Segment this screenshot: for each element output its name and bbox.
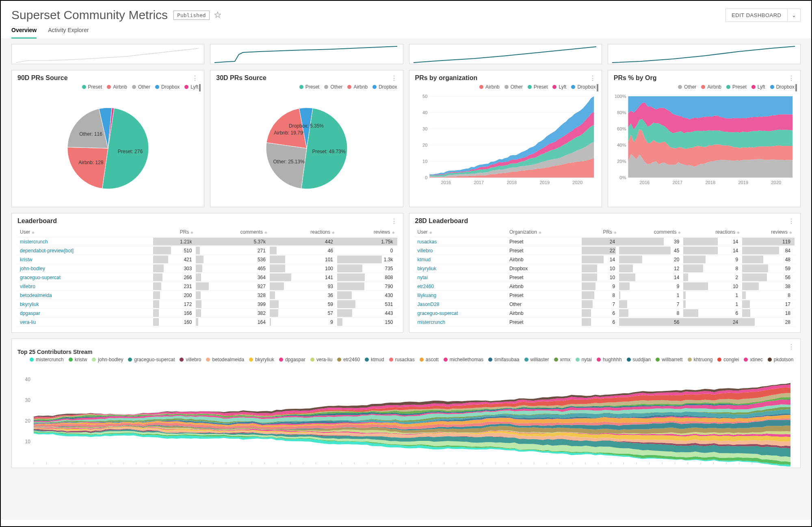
- legend-item[interactable]: Other: [324, 84, 342, 90]
- user-link[interactable]: etr2460: [418, 284, 434, 289]
- user-link[interactable]: john-bodley: [20, 266, 45, 271]
- tab-overview[interactable]: Overview: [11, 27, 37, 39]
- chart-menu-icon[interactable]: ⋮: [788, 74, 795, 82]
- legend-item[interactable]: khtruong: [688, 357, 713, 362]
- edit-dashboard-button[interactable]: EDIT DASHBOARD: [725, 9, 787, 22]
- chart-menu-icon[interactable]: ⋮: [391, 74, 398, 82]
- column-header[interactable]: comments◆: [196, 227, 269, 237]
- user-link[interactable]: graceguo-supercat: [418, 310, 458, 316]
- dashboard-actions-caret[interactable]: ⌄: [788, 9, 801, 22]
- legend-item[interactable]: Airbnb: [479, 84, 500, 90]
- legend-item[interactable]: Lyft: [751, 84, 765, 90]
- legend-item[interactable]: Preset: [726, 84, 747, 90]
- legend-item[interactable]: vera-liu: [310, 357, 332, 362]
- user-link[interactable]: dependabot-preview[bot]: [20, 248, 74, 254]
- user-link[interactable]: bkyryliuk: [418, 266, 437, 271]
- column-header[interactable]: Organization◆: [507, 227, 582, 237]
- table-row: john-bodley303465100735: [17, 264, 397, 273]
- legend-item[interactable]: michellethomas: [444, 357, 483, 362]
- user-link[interactable]: lilykuang: [418, 293, 437, 298]
- legend-item[interactable]: Lyft: [184, 84, 198, 90]
- legend-item[interactable]: dpgaspar: [279, 357, 305, 362]
- table-row: villebro23192793790: [17, 282, 397, 291]
- legend-dot-icon: [554, 358, 558, 362]
- legend-item[interactable]: ktmud: [365, 357, 384, 362]
- column-header[interactable]: PRs◆: [582, 227, 619, 237]
- legend-item[interactable]: williaster: [524, 357, 549, 362]
- user-link[interactable]: mistercrunch: [20, 239, 48, 245]
- chart-menu-icon[interactable]: ⋮: [391, 217, 398, 225]
- user-link[interactable]: graceguo-supercat: [20, 275, 61, 280]
- legend-item[interactable]: ascott: [420, 357, 439, 362]
- legend-dot-icon: [155, 85, 159, 89]
- legend-item[interactable]: john-bodley: [92, 357, 123, 362]
- legend-item[interactable]: betodealmeida: [206, 357, 244, 362]
- legend-item[interactable]: rusackas: [389, 357, 415, 362]
- chart-menu-icon[interactable]: ⋮: [589, 74, 597, 82]
- metric-cell: 84: [742, 246, 795, 255]
- legend-item[interactable]: bkyryliuk: [249, 357, 274, 362]
- legend-item[interactable]: Lyft: [552, 84, 566, 90]
- user-link[interactable]: betodealmeida: [20, 293, 52, 298]
- legend-item[interactable]: xrmx: [554, 357, 571, 362]
- legend-item[interactable]: Airbnb: [107, 84, 127, 90]
- chart-menu-icon[interactable]: ⋮: [788, 343, 795, 351]
- column-header[interactable]: reviews◆: [337, 227, 397, 237]
- column-header[interactable]: User◆: [415, 227, 507, 237]
- legend-item[interactable]: willbarrett: [656, 357, 682, 362]
- user-link[interactable]: ktmud: [418, 257, 431, 262]
- legend-item[interactable]: hughhhh: [597, 357, 622, 362]
- legend-item[interactable]: nytai: [576, 357, 592, 362]
- legend-item[interactable]: suddjian: [627, 357, 651, 362]
- favorite-star-icon[interactable]: ☆: [214, 10, 222, 20]
- legend-item[interactable]: Dropbox: [155, 84, 180, 90]
- legend-item[interactable]: Other: [505, 84, 523, 90]
- user-link[interactable]: JasonD28: [418, 301, 440, 307]
- column-header[interactable]: reviews◆: [742, 227, 795, 237]
- user-link[interactable]: vera-liu: [20, 319, 36, 325]
- legend-item[interactable]: Airbnb: [347, 84, 368, 90]
- legend-item[interactable]: villebro: [180, 357, 201, 362]
- legend-item[interactable]: conglei: [717, 357, 739, 362]
- legend-item[interactable]: Other: [132, 84, 150, 90]
- legend-item[interactable]: etr2460: [337, 357, 360, 362]
- legend-item[interactable]: kristw: [69, 357, 87, 362]
- legend-item[interactable]: Airbnb: [701, 84, 721, 90]
- legend-item[interactable]: Preset: [82, 84, 102, 90]
- column-header[interactable]: comments◆: [619, 227, 683, 237]
- legend-item[interactable]: Preset: [528, 84, 548, 90]
- user-link[interactable]: rusackas: [418, 239, 437, 245]
- legend-item[interactable]: mistercrunch: [30, 357, 64, 362]
- scrollbar-handle-icon[interactable]: [795, 84, 797, 91]
- column-header[interactable]: reactions◆: [270, 227, 337, 237]
- legend-item[interactable]: timifasubaa: [488, 357, 519, 362]
- legend-item[interactable]: Dropbox: [770, 84, 795, 90]
- legend-item[interactable]: Other: [678, 84, 696, 90]
- scrollbar-handle-icon[interactable]: [597, 84, 598, 91]
- pie-slice[interactable]: [266, 143, 307, 189]
- chart-title: PRs % by Org: [614, 74, 795, 82]
- legend-item[interactable]: Preset: [299, 84, 320, 90]
- tab-activity-explorer[interactable]: Activity Explorer: [48, 27, 89, 39]
- legend-label: Preset: [534, 84, 548, 90]
- legend-item[interactable]: xtinec: [744, 357, 762, 362]
- user-link[interactable]: mistercrunch: [418, 319, 446, 325]
- column-header[interactable]: PRs◆: [153, 227, 196, 237]
- user-link[interactable]: bkyryliuk: [20, 301, 39, 307]
- chart-menu-icon[interactable]: ⋮: [192, 74, 199, 82]
- pie-slice[interactable]: [67, 147, 108, 189]
- column-header[interactable]: reactions◆: [683, 227, 742, 237]
- chart-title: 90D PRs Source: [17, 74, 198, 82]
- legend-item[interactable]: Dropbox: [372, 84, 397, 90]
- user-link[interactable]: dpgaspar: [20, 310, 40, 316]
- user-link[interactable]: villebro: [20, 284, 35, 289]
- user-link[interactable]: villebro: [418, 248, 433, 254]
- scrollbar-handle-icon[interactable]: [199, 84, 201, 91]
- user-link[interactable]: kristw: [20, 257, 32, 262]
- chart-menu-icon[interactable]: ⋮: [788, 217, 795, 225]
- legend-item[interactable]: Dropbox: [571, 84, 595, 90]
- column-header[interactable]: User◆: [17, 227, 153, 237]
- legend-item[interactable]: graceguo-supercat: [128, 357, 175, 362]
- legend-item[interactable]: pkdotson: [768, 357, 794, 362]
- user-link[interactable]: nytai: [418, 275, 428, 280]
